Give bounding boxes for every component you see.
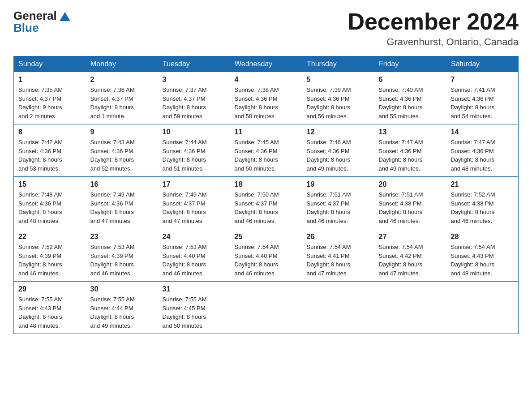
day-info: Sunrise: 7:51 AMSunset: 4:37 PMDaylight:… — [307, 191, 351, 224]
logo: General Blue — [13, 9, 70, 35]
day-number: 27 — [379, 233, 442, 241]
day-info: Sunrise: 7:47 AMSunset: 4:36 PMDaylight:… — [379, 139, 423, 172]
day-info: Sunrise: 7:49 AMSunset: 4:37 PMDaylight:… — [163, 191, 207, 224]
day-number: 28 — [451, 233, 514, 241]
day-number: 31 — [163, 285, 226, 293]
day-number: 8 — [18, 128, 82, 136]
day-info: Sunrise: 7:42 AMSunset: 4:36 PMDaylight:… — [18, 139, 63, 172]
day-number: 24 — [163, 233, 226, 241]
day-number: 10 — [163, 128, 226, 136]
calendar-cell: 1 Sunrise: 7:35 AMSunset: 4:37 PMDayligh… — [14, 72, 86, 124]
day-info: Sunrise: 7:43 AMSunset: 4:36 PMDaylight:… — [90, 139, 135, 172]
calendar-cell: 28 Sunrise: 7:54 AMSunset: 4:43 PMDaylig… — [446, 229, 519, 282]
weekday-header-monday: Monday — [86, 56, 158, 72]
day-info: Sunrise: 7:53 AMSunset: 4:40 PMDaylight:… — [163, 244, 207, 277]
week-row-1: 1 Sunrise: 7:35 AMSunset: 4:37 PMDayligh… — [14, 72, 519, 124]
weekday-header-thursday: Thursday — [302, 56, 374, 72]
calendar-cell: 24 Sunrise: 7:53 AMSunset: 4:40 PMDaylig… — [158, 229, 230, 282]
calendar-cell: 17 Sunrise: 7:49 AMSunset: 4:37 PMDaylig… — [158, 177, 230, 229]
calendar-cell: 9 Sunrise: 7:43 AMSunset: 4:36 PMDayligh… — [86, 124, 158, 177]
day-info: Sunrise: 7:54 AMSunset: 4:43 PMDaylight:… — [451, 244, 495, 277]
day-info: Sunrise: 7:52 AMSunset: 4:38 PMDaylight:… — [451, 191, 495, 224]
calendar-cell: 29 Sunrise: 7:55 AMSunset: 4:43 PMDaylig… — [14, 282, 86, 334]
day-number: 19 — [307, 180, 370, 188]
calendar-cell — [302, 282, 374, 334]
day-number: 18 — [235, 180, 298, 188]
day-info: Sunrise: 7:55 AMSunset: 4:45 PMDaylight:… — [163, 296, 207, 329]
day-number: 17 — [163, 180, 226, 188]
day-info: Sunrise: 7:39 AMSunset: 4:36 PMDaylight:… — [307, 86, 351, 120]
weekday-header-wednesday: Wednesday — [230, 56, 302, 72]
day-info: Sunrise: 7:54 AMSunset: 4:41 PMDaylight:… — [307, 244, 351, 277]
calendar-cell — [446, 282, 519, 334]
page-header: General Blue December 2024 Gravenhurst, … — [13, 9, 519, 48]
day-info: Sunrise: 7:47 AMSunset: 4:36 PMDaylight:… — [451, 139, 495, 172]
day-number: 21 — [451, 180, 514, 188]
day-info: Sunrise: 7:55 AMSunset: 4:44 PMDaylight:… — [90, 296, 135, 329]
month-year-title: December 2024 — [348, 9, 519, 34]
day-number: 11 — [235, 128, 298, 136]
day-info: Sunrise: 7:41 AMSunset: 4:36 PMDaylight:… — [451, 86, 495, 120]
day-info: Sunrise: 7:51 AMSunset: 4:38 PMDaylight:… — [379, 191, 423, 224]
day-info: Sunrise: 7:53 AMSunset: 4:39 PMDaylight:… — [90, 244, 135, 277]
day-number: 5 — [307, 76, 370, 84]
day-number: 9 — [90, 128, 154, 136]
day-info: Sunrise: 7:35 AMSunset: 4:37 PMDaylight:… — [18, 86, 63, 120]
calendar-cell — [374, 282, 446, 334]
day-number: 2 — [90, 76, 154, 84]
weekday-header-sunday: Sunday — [14, 56, 86, 72]
week-row-3: 15 Sunrise: 7:48 AMSunset: 4:36 PMDaylig… — [14, 177, 519, 229]
calendar-cell — [230, 282, 302, 334]
calendar-cell: 13 Sunrise: 7:47 AMSunset: 4:36 PMDaylig… — [374, 124, 446, 177]
logo-blue: Blue — [13, 21, 39, 35]
day-info: Sunrise: 7:44 AMSunset: 4:36 PMDaylight:… — [163, 139, 207, 172]
day-number: 13 — [379, 128, 442, 136]
calendar-cell: 26 Sunrise: 7:54 AMSunset: 4:41 PMDaylig… — [302, 229, 374, 282]
weekday-header-saturday: Saturday — [446, 56, 519, 72]
day-number: 7 — [451, 76, 514, 84]
calendar-cell: 22 Sunrise: 7:52 AMSunset: 4:39 PMDaylig… — [14, 229, 86, 282]
calendar-cell: 10 Sunrise: 7:44 AMSunset: 4:36 PMDaylig… — [158, 124, 230, 177]
calendar-cell: 14 Sunrise: 7:47 AMSunset: 4:36 PMDaylig… — [446, 124, 519, 177]
weekday-header-row: SundayMondayTuesdayWednesdayThursdayFrid… — [14, 56, 519, 72]
day-number: 12 — [307, 128, 370, 136]
calendar-cell: 31 Sunrise: 7:55 AMSunset: 4:45 PMDaylig… — [158, 282, 230, 334]
day-number: 6 — [379, 76, 442, 84]
calendar-cell: 15 Sunrise: 7:48 AMSunset: 4:36 PMDaylig… — [14, 177, 86, 229]
day-number: 14 — [451, 128, 514, 136]
day-info: Sunrise: 7:46 AMSunset: 4:36 PMDaylight:… — [307, 139, 351, 172]
logo-triangle-icon — [60, 12, 70, 21]
week-row-4: 22 Sunrise: 7:52 AMSunset: 4:39 PMDaylig… — [14, 229, 519, 282]
calendar-cell: 30 Sunrise: 7:55 AMSunset: 4:44 PMDaylig… — [86, 282, 158, 334]
day-number: 16 — [90, 180, 154, 188]
calendar-cell: 3 Sunrise: 7:37 AMSunset: 4:37 PMDayligh… — [158, 72, 230, 124]
calendar-cell: 2 Sunrise: 7:36 AMSunset: 4:37 PMDayligh… — [86, 72, 158, 124]
day-info: Sunrise: 7:52 AMSunset: 4:39 PMDaylight:… — [18, 244, 63, 277]
day-info: Sunrise: 7:37 AMSunset: 4:37 PMDaylight:… — [163, 86, 207, 120]
day-info: Sunrise: 7:54 AMSunset: 4:42 PMDaylight:… — [379, 244, 423, 277]
day-number: 22 — [18, 233, 82, 241]
title-area: December 2024 Gravenhurst, Ontario, Cana… — [348, 9, 519, 48]
calendar-cell: 6 Sunrise: 7:40 AMSunset: 4:36 PMDayligh… — [374, 72, 446, 124]
day-info: Sunrise: 7:55 AMSunset: 4:43 PMDaylight:… — [18, 296, 63, 329]
calendar-cell: 21 Sunrise: 7:52 AMSunset: 4:38 PMDaylig… — [446, 177, 519, 229]
calendar-cell: 11 Sunrise: 7:45 AMSunset: 4:36 PMDaylig… — [230, 124, 302, 177]
calendar-table: SundayMondayTuesdayWednesdayThursdayFrid… — [13, 56, 519, 334]
day-number: 26 — [307, 233, 370, 241]
calendar-cell: 16 Sunrise: 7:49 AMSunset: 4:36 PMDaylig… — [86, 177, 158, 229]
day-number: 15 — [18, 180, 82, 188]
calendar-cell: 25 Sunrise: 7:54 AMSunset: 4:40 PMDaylig… — [230, 229, 302, 282]
day-info: Sunrise: 7:38 AMSunset: 4:36 PMDaylight:… — [235, 86, 279, 120]
day-number: 23 — [90, 233, 154, 241]
day-number: 25 — [235, 233, 298, 241]
week-row-5: 29 Sunrise: 7:55 AMSunset: 4:43 PMDaylig… — [14, 282, 519, 334]
calendar-cell: 23 Sunrise: 7:53 AMSunset: 4:39 PMDaylig… — [86, 229, 158, 282]
day-number: 3 — [163, 76, 226, 84]
calendar-cell: 7 Sunrise: 7:41 AMSunset: 4:36 PMDayligh… — [446, 72, 519, 124]
calendar-cell: 19 Sunrise: 7:51 AMSunset: 4:37 PMDaylig… — [302, 177, 374, 229]
week-row-2: 8 Sunrise: 7:42 AMSunset: 4:36 PMDayligh… — [14, 124, 519, 177]
day-number: 30 — [90, 285, 154, 293]
calendar-cell: 4 Sunrise: 7:38 AMSunset: 4:36 PMDayligh… — [230, 72, 302, 124]
day-number: 1 — [18, 76, 82, 84]
day-number: 29 — [18, 285, 82, 293]
